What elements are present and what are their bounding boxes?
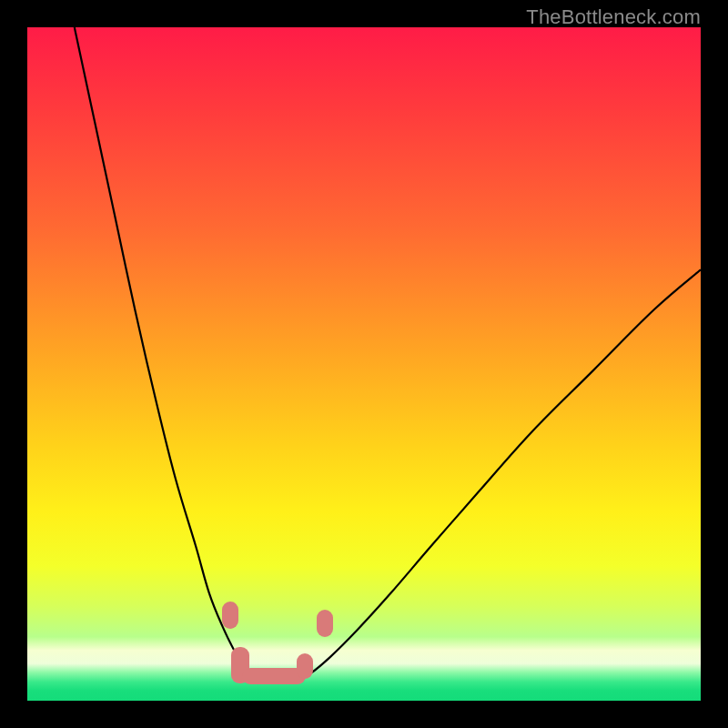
left-curve bbox=[75, 27, 263, 681]
marker-bottom-bar-right bbox=[297, 653, 313, 679]
watermark-text: TheBottleneck.com bbox=[526, 5, 701, 29]
chart-frame: TheBottleneck.com bbox=[0, 0, 728, 728]
right-curve bbox=[297, 269, 701, 680]
curve-layer bbox=[27, 27, 701, 701]
marker-right-upper bbox=[317, 610, 333, 637]
plot-area bbox=[27, 27, 701, 701]
marker-left-upper bbox=[222, 602, 238, 629]
